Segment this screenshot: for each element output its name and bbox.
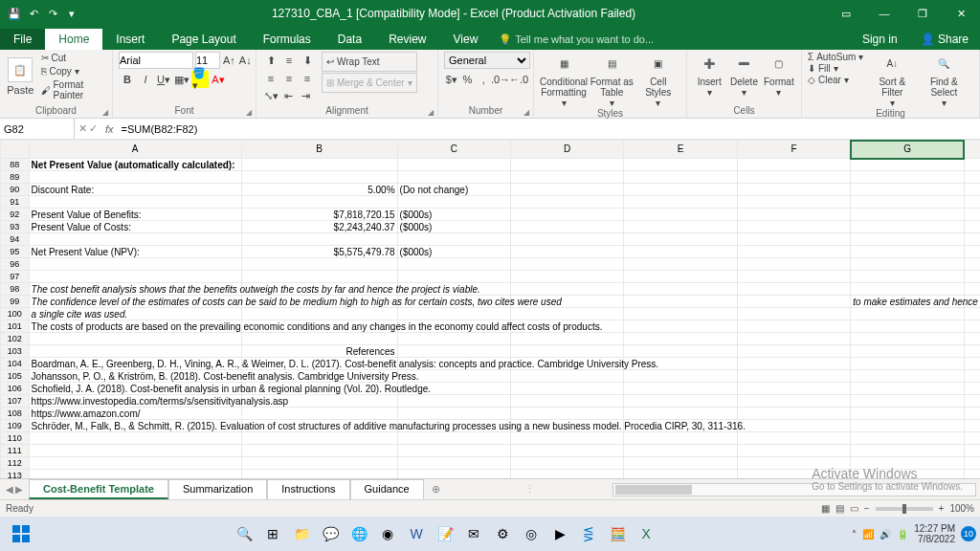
copy-button[interactable]: ⎘ Copy ▾ — [39, 65, 106, 77]
taskbar-teams-icon[interactable]: 💬 — [317, 520, 344, 547]
border-button[interactable]: ▦▾ — [173, 71, 190, 88]
taskbar-mail-icon[interactable]: ✉ — [460, 520, 487, 547]
wrap-text-button[interactable]: ↩ Wrap Text — [322, 52, 417, 72]
taskbar-chrome-icon[interactable]: ◉ — [374, 520, 401, 547]
italic-button[interactable]: I — [137, 71, 154, 88]
insert-cells-button[interactable]: ➕Insert▾ — [693, 52, 725, 98]
formula-input[interactable]: =SUM(B82:F82) — [118, 123, 980, 135]
comma-icon[interactable]: , — [476, 71, 491, 88]
tab-data[interactable]: Data — [324, 29, 375, 50]
taskbar-app2-icon[interactable]: ▶ — [546, 520, 573, 547]
find-select-button[interactable]: 🔍Find & Select▾ — [919, 52, 969, 108]
tray-wifi-icon[interactable]: 📶 — [862, 529, 874, 540]
zoom-out-icon[interactable]: − — [864, 503, 870, 514]
tab-prev-icon[interactable]: ◀ — [6, 484, 13, 495]
delete-cells-button[interactable]: ➖Delete▾ — [727, 52, 760, 98]
font-name-input[interactable] — [119, 52, 193, 69]
format-as-table-button[interactable]: ▤Format as Table▾ — [590, 52, 634, 108]
ribbon-options-icon[interactable]: ▭ — [827, 0, 865, 27]
save-icon[interactable]: 💾 — [6, 5, 23, 22]
bold-button[interactable]: B — [119, 71, 136, 88]
system-tray[interactable]: ˄ 📶 🔊 🔋 12:27 PM7/8/2022 10 — [852, 523, 976, 544]
fx-icon[interactable]: fx — [101, 123, 118, 135]
share-button[interactable]: 👤 Share — [909, 29, 980, 50]
tab-view[interactable]: View — [440, 29, 492, 50]
cell-styles-button[interactable]: ▣Cell Styles▾ — [636, 52, 680, 108]
clear-button[interactable]: ◇ Clear ▾ — [808, 75, 863, 85]
tray-notif-icon[interactable]: 10 — [961, 526, 976, 541]
enter-formula-icon[interactable]: ✓ — [89, 122, 98, 135]
taskbar-calc-icon[interactable]: 🧮 — [604, 520, 631, 547]
taskbar-explorer-icon[interactable]: 📁 — [288, 520, 315, 547]
start-button[interactable] — [4, 520, 38, 547]
dec-indent-icon[interactable]: ⇤ — [279, 87, 297, 104]
underline-button[interactable]: U▾ — [155, 71, 172, 88]
autosum-button[interactable]: Σ AutoSum ▾ — [808, 52, 863, 62]
align-middle-icon[interactable]: ≡ — [280, 52, 298, 69]
taskbar-settings-icon[interactable]: ⚙ — [489, 520, 516, 547]
tab-pagelayout[interactable]: Page Layout — [158, 29, 249, 50]
align-left-icon[interactable]: ≡ — [262, 70, 279, 87]
align-center-icon[interactable]: ≡ — [280, 70, 298, 87]
taskbar-excel-icon[interactable]: X — [633, 520, 659, 547]
paste-button[interactable]: 📋Paste — [6, 52, 35, 101]
sheet-tab[interactable]: Cost-Benefit Template — [29, 479, 168, 499]
taskbar-sublime-icon[interactable]: 📝 — [432, 520, 458, 547]
inc-indent-icon[interactable]: ⇥ — [297, 87, 314, 104]
redo-icon[interactable]: ↷ — [44, 5, 61, 22]
tab-insert[interactable]: Insert — [102, 29, 158, 50]
taskbar-search-icon[interactable]: 🔍 — [231, 520, 257, 547]
sheet-tab[interactable]: Instructions — [267, 479, 349, 499]
tell-me[interactable]: 💡 Tell me what you want to do... — [491, 30, 851, 50]
tab-review[interactable]: Review — [375, 29, 439, 50]
inc-decimal-icon[interactable]: .0→ — [492, 71, 509, 88]
increase-font-icon[interactable]: A↑ — [222, 52, 236, 69]
tray-volume-icon[interactable]: 🔊 — [880, 529, 891, 540]
taskbar-clock[interactable]: 12:27 PM7/8/2022 — [914, 523, 955, 544]
zoom-in-icon[interactable]: + — [939, 503, 945, 514]
tab-next-icon[interactable]: ▶ — [15, 484, 23, 495]
taskbar-edge-icon[interactable]: 🌐 — [345, 520, 372, 547]
zoom-level[interactable]: 100% — [949, 503, 974, 514]
font-color-button[interactable]: A▾ — [210, 71, 227, 88]
view-page-icon[interactable]: ▤ — [835, 503, 844, 514]
align-top-icon[interactable]: ⬆ — [262, 52, 279, 69]
dec-decimal-icon[interactable]: ←.0 — [510, 71, 527, 88]
percent-icon[interactable]: % — [460, 71, 476, 88]
taskbar-taskview-icon[interactable]: ⊞ — [259, 520, 286, 547]
fill-button[interactable]: ⬇ Fill ▾ — [808, 63, 863, 74]
new-sheet-icon[interactable]: ⊕ — [424, 483, 448, 496]
sheet-tab[interactable]: Guidance — [350, 479, 424, 499]
minimize-icon[interactable]: — — [865, 0, 903, 27]
conditional-formatting-button[interactable]: ▦Conditional Formatting▾ — [540, 52, 588, 108]
cut-button[interactable]: ✂ Cut — [39, 52, 106, 64]
tab-formulas[interactable]: Formulas — [250, 29, 324, 50]
undo-icon[interactable]: ↶ — [25, 5, 42, 22]
name-box[interactable]: G82 — [0, 119, 75, 139]
orientation-icon[interactable]: ⤡▾ — [262, 87, 279, 104]
view-break-icon[interactable]: ▭ — [850, 503, 858, 514]
tray-chevron-icon[interactable]: ˄ — [852, 529, 857, 540]
spreadsheet-grid[interactable]: ABCDEFGHIJKL88Net Present Value (automat… — [0, 140, 980, 478]
currency-icon[interactable]: $▾ — [444, 71, 459, 88]
cancel-formula-icon[interactable]: ✕ — [78, 122, 87, 135]
view-normal-icon[interactable]: ▦ — [821, 503, 830, 514]
signin-link[interactable]: Sign in — [851, 29, 909, 50]
sheet-tab[interactable]: Summarization — [168, 479, 267, 499]
qat-more-icon[interactable]: ▾ — [63, 5, 80, 22]
taskbar-vscode-icon[interactable]: ⋚ — [575, 520, 602, 547]
maximize-icon[interactable]: ❐ — [903, 0, 942, 27]
taskbar-word-icon[interactable]: W — [403, 520, 430, 547]
align-bottom-icon[interactable]: ⬇ — [299, 52, 316, 69]
number-format-select[interactable]: General — [444, 52, 530, 69]
align-right-icon[interactable]: ≡ — [299, 70, 316, 87]
merge-center-button[interactable]: ⊞ Merge & Center ▾ — [322, 73, 417, 93]
close-icon[interactable]: ✕ — [942, 0, 980, 27]
fill-color-button[interactable]: 🪣▾ — [191, 71, 209, 88]
tab-home[interactable]: Home — [45, 29, 102, 50]
taskbar-app-icon[interactable]: ◎ — [518, 520, 545, 547]
decrease-font-icon[interactable]: A↓ — [238, 52, 253, 69]
tray-battery-icon[interactable]: 🔋 — [897, 529, 908, 540]
format-cells-button[interactable]: ▢Format▾ — [763, 52, 795, 98]
format-painter-button[interactable]: 🖌 Format Painter — [39, 78, 106, 101]
